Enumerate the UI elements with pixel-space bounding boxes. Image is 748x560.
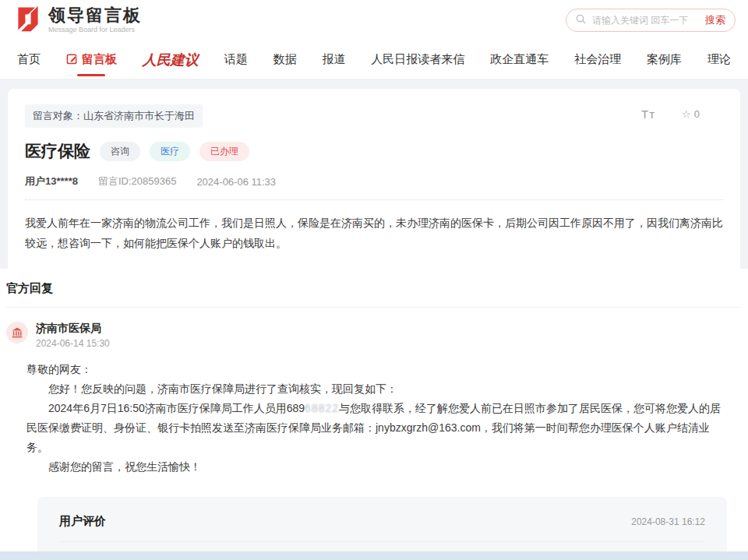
- message-id: 留言ID:20859365: [98, 174, 176, 188]
- reply-date: 2024-06-14 15:30: [36, 338, 110, 349]
- message-user: 用户13****8: [25, 174, 78, 188]
- tag-medical: 医疗: [150, 142, 190, 161]
- search-input[interactable]: [592, 15, 705, 26]
- favorite-button[interactable]: ☆ 0: [682, 108, 700, 120]
- message-card: 留言对象：山东省济南市市长于海田 Tт ☆ 0 医疗保险 咨询 医疗 已办理 用…: [8, 89, 740, 269]
- nav-item-gov-enterprise[interactable]: 政企直通车: [490, 52, 549, 67]
- reply-paragraph: 2024年6月7日16:50济南市医疗保障局工作人员用68968822与您取得联…: [26, 399, 729, 457]
- reply-closing: 感谢您的留言，祝您生活愉快！: [26, 457, 729, 477]
- nav-item-topics[interactable]: 话题: [224, 52, 248, 67]
- nav-item-reports[interactable]: 报道: [322, 52, 345, 67]
- logo-mark-icon: [14, 5, 42, 36]
- search-icon: [576, 14, 586, 26]
- agency-avatar: [6, 322, 28, 343]
- redacted-phone-digits: 68822: [305, 402, 339, 414]
- tag-handled-status-badge: 已办理: [199, 142, 249, 161]
- agency-name: 济南市医保局: [36, 322, 110, 336]
- evaluation-divider: [59, 541, 705, 542]
- message-body: 我爱人前年在一家济南的物流公司工作，我们是日照人，保险是在济南买的，未办理济南的…: [25, 213, 723, 253]
- logo-subtitle: Message Board for Leaders: [48, 26, 142, 33]
- main-nav: 首页 留言板 人民建议 话题 数据 报道 人民日报读者来信 政企直通车 社会治理…: [0, 41, 748, 79]
- dotted-divider: [25, 199, 723, 200]
- nav-item-home[interactable]: 首页: [17, 52, 41, 67]
- nav-item-social-governance[interactable]: 社会治理: [574, 52, 621, 67]
- bottom-page-strip: [0, 551, 748, 560]
- reply-salutation: 尊敬的网友：: [26, 360, 729, 379]
- nav-item-peoples-suggestions[interactable]: 人民建议: [143, 51, 199, 69]
- logo-title: 领导留言板: [48, 7, 142, 24]
- reply-body: 尊敬的网友： 您好！您反映的问题，济南市医疗保障局进行了查询核实，现回复如下： …: [26, 360, 729, 477]
- font-size-icon[interactable]: Tт: [641, 107, 655, 121]
- search-box[interactable]: 搜索: [566, 9, 736, 32]
- nav-item-message-board[interactable]: 留言板: [66, 52, 117, 67]
- favorite-count: 0: [694, 108, 700, 120]
- message-title: 医疗保险: [25, 140, 90, 162]
- tag-consultation: 咨询: [100, 142, 140, 161]
- government-building-icon: [11, 326, 23, 339]
- star-outline-icon: ☆: [682, 108, 691, 120]
- official-reply-heading: 官方回复: [6, 281, 740, 296]
- message-date: 2024-06-06 11:33: [196, 176, 276, 188]
- nav-item-case-library[interactable]: 案例库: [647, 52, 682, 67]
- page-background: 留言对象：山东省济南市市长于海田 Tт ☆ 0 医疗保险 咨询 医疗 已办理 用…: [0, 79, 748, 269]
- nav-item-data[interactable]: 数据: [273, 52, 297, 67]
- message-target-badge: 留言对象：山东省济南市市长于海田: [25, 104, 203, 128]
- evaluation-date: 2024-08-31 16:12: [631, 516, 705, 527]
- evaluation-heading: 用户评价: [59, 514, 106, 529]
- site-logo[interactable]: 领导留言板 Message Board for Leaders: [14, 5, 142, 36]
- user-evaluation-panel: 用户评价 2024-08-31 16:12: [37, 497, 727, 560]
- official-reply-section: 官方回复 济南市医保局 2024-06-14 15:30 尊敬的网友： 您好！您…: [0, 269, 748, 560]
- message-board-pencil-icon: [66, 53, 78, 67]
- top-header: 领导留言板 Message Board for Leaders 搜索: [0, 0, 748, 41]
- nav-item-reader-letters[interactable]: 人民日报读者来信: [371, 52, 464, 67]
- nav-item-theory[interactable]: 理论: [707, 52, 731, 67]
- section-divider: [6, 307, 740, 308]
- search-submit-button[interactable]: 搜索: [705, 13, 725, 27]
- reply-paragraph: 您好！您反映的问题，济南市医疗保障局进行了查询核实，现回复如下：: [26, 379, 729, 399]
